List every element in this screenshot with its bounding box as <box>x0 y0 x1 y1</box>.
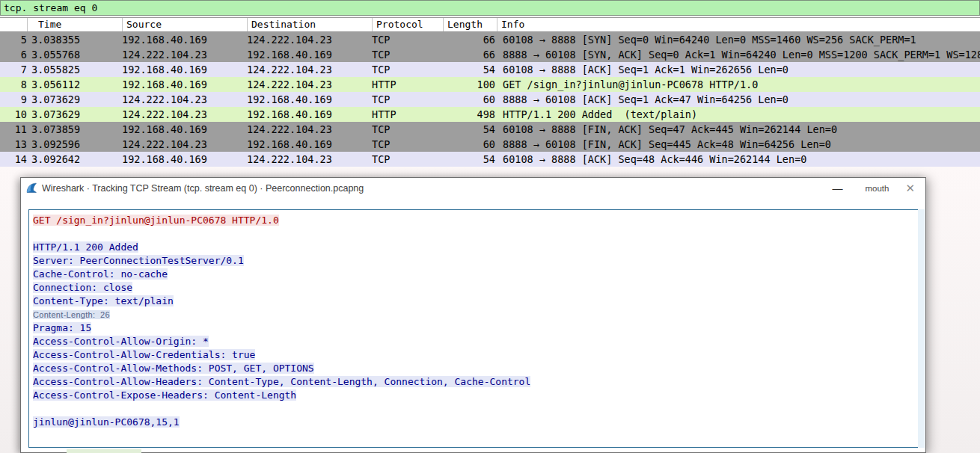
packet-row[interactable]: 93.073629124.222.104.23192.168.40.169TCP… <box>0 92 980 107</box>
stream-line: Access-Control-Expose-Headers: Content-L… <box>33 389 918 402</box>
cell-destination: 124.222.104.23 <box>247 32 372 47</box>
cell-protocol: HTTP <box>372 107 443 122</box>
cell-protocol: TCP <box>372 92 443 107</box>
cell-no: 5 <box>0 32 27 47</box>
packet-row[interactable]: 113.073859192.168.40.169124.222.104.23TC… <box>0 122 980 137</box>
packet-row[interactable]: 143.092642192.168.40.169124.222.104.23TC… <box>0 152 980 167</box>
cell-info: 60108 → 8888 [SYN] Seq=0 Win=64240 Len=0… <box>497 32 980 47</box>
cell-source: 192.168.40.169 <box>122 77 247 92</box>
cell-length: 100 <box>443 77 497 92</box>
cell-info: 60108 → 8888 [ACK] Seq=48 Ack=446 Win=26… <box>497 152 980 167</box>
cell-destination: 124.222.104.23 <box>247 152 372 167</box>
cell-time: 3.073629 <box>27 92 122 107</box>
cell-protocol: TCP <box>372 122 443 137</box>
cell-no: 9 <box>0 92 27 107</box>
follow-tcp-stream-dialog: Wireshark · Tracking TCP Stream (tcp. st… <box>20 177 926 453</box>
cell-time: 3.092642 <box>27 152 122 167</box>
cell-destination: 192.168.40.169 <box>247 47 372 62</box>
cell-destination: 124.222.104.23 <box>247 122 372 137</box>
column-header-protocol[interactable]: Protocol <box>372 18 443 31</box>
minimize-button[interactable]: — <box>827 182 847 194</box>
cell-length: 60 <box>443 137 497 152</box>
cell-no: 8 <box>0 77 27 92</box>
cell-info: 8888 → 60108 [ACK] Seq=1 Ack=47 Win=6425… <box>497 92 980 107</box>
packet-row[interactable]: 73.055825192.168.40.169124.222.104.23TCP… <box>0 62 980 77</box>
cell-length: 66 <box>443 47 497 62</box>
stream-line: Content-Type: text/plain <box>33 295 918 308</box>
column-header-source[interactable]: Source <box>122 18 247 31</box>
cell-protocol: TCP <box>372 47 443 62</box>
cell-time: 3.038355 <box>27 32 122 47</box>
cell-source: 192.168.40.169 <box>122 62 247 77</box>
cell-length: 54 <box>443 62 497 77</box>
dialog-title: Wireshark · Tracking TCP Stream (tcp. st… <box>42 183 364 194</box>
cell-length: 54 <box>443 152 497 167</box>
cell-time: 3.073629 <box>27 107 122 122</box>
cell-length: 66 <box>443 32 497 47</box>
close-icon[interactable]: ✕ <box>905 182 915 195</box>
cell-source: 124.222.104.23 <box>122 137 247 152</box>
stream-line: GET /sign_in?jinlun@jinlun-PC0678 HTTP/1… <box>33 214 918 227</box>
cell-no: 11 <box>0 122 27 137</box>
packet-list-header: Time Source Destination Protocol Length … <box>0 17 980 32</box>
wireshark-icon <box>25 182 38 194</box>
column-header-length[interactable]: Length <box>443 18 497 31</box>
cell-no: 13 <box>0 137 27 152</box>
stream-text[interactable]: GET /sign_in?jinlun@jinlun-PC0678 HTTP/1… <box>28 209 919 448</box>
packet-row[interactable]: 63.055768124.222.104.23192.168.40.169TCP… <box>0 47 980 62</box>
cell-destination: 192.168.40.169 <box>247 107 372 122</box>
cell-info: HTTP/1.1 200 Added (text/plain) <box>497 107 980 122</box>
maximize-button[interactable]: mouth <box>865 184 889 193</box>
stream-line: Cache-Control: no-cache <box>33 268 918 281</box>
cell-protocol: TCP <box>372 32 443 47</box>
dialog-titlebar[interactable]: Wireshark · Tracking TCP Stream (tcp. st… <box>21 178 925 198</box>
stream-scroll-gutter[interactable] <box>918 209 925 448</box>
column-header-info[interactable]: Info <box>497 18 980 31</box>
cell-info: 60108 → 8888 [ACK] Seq=1 Ack=1 Win=26265… <box>497 62 980 77</box>
column-header-destination[interactable]: Destination <box>247 18 372 31</box>
cell-info: 60108 → 8888 [FIN, ACK] Seq=47 Ack=445 W… <box>497 122 980 137</box>
packet-row[interactable]: 53.038355192.168.40.169124.222.104.23TCP… <box>0 32 980 47</box>
cell-protocol: TCP <box>372 62 443 77</box>
stream-line: Pragma: 15 <box>33 321 918 335</box>
cell-source: 192.168.40.169 <box>122 122 247 137</box>
stream-line: Server: PeerConnectionTestServer/0.1 <box>33 254 918 268</box>
packet-row[interactable]: 103.073629124.222.104.23192.168.40.169HT… <box>0 107 980 122</box>
stream-line: HTTP/1.1 200 Added <box>33 241 918 254</box>
cell-destination: 124.222.104.23 <box>247 77 372 92</box>
display-filter-input[interactable]: tcp. stream eq 0 <box>0 0 980 16</box>
cell-time: 3.055825 <box>27 62 122 77</box>
cell-destination: 124.222.104.23 <box>247 62 372 77</box>
cell-protocol: TCP <box>372 137 443 152</box>
cell-no: 10 <box>0 107 27 122</box>
cell-destination: 192.168.40.169 <box>247 137 372 152</box>
cell-destination: 192.168.40.169 <box>247 92 372 107</box>
cell-no: 7 <box>0 62 27 77</box>
cell-time: 3.073859 <box>27 122 122 137</box>
stream-line: Access-Control-Allow-Methods: POST, GET,… <box>33 362 918 375</box>
cell-protocol: TCP <box>372 152 443 167</box>
packet-rows: 53.038355192.168.40.169124.222.104.23TCP… <box>0 32 980 167</box>
stream-line: Connection: close <box>33 281 918 295</box>
stream-line: Access-Control-Allow-Headers: Content-Ty… <box>33 375 918 389</box>
cell-time: 3.056112 <box>27 77 122 92</box>
stream-line <box>33 227 918 241</box>
stream-line: jinlun@jinlun-PC0678,15,1 <box>33 416 918 429</box>
cell-length: 54 <box>443 122 497 137</box>
column-header-time[interactable]: Time <box>27 18 122 31</box>
column-header-no[interactable] <box>0 18 27 31</box>
bottom-highlight <box>67 449 141 453</box>
packet-row[interactable]: 133.092596124.222.104.23192.168.40.169TC… <box>0 137 980 152</box>
cell-time: 3.092596 <box>27 137 122 152</box>
cell-source: 124.222.104.23 <box>122 92 247 107</box>
stream-line: Content-Length: 26 <box>33 308 918 321</box>
cell-source: 192.168.40.169 <box>122 32 247 47</box>
stream-line <box>33 402 918 416</box>
cell-source: 124.222.104.23 <box>122 107 247 122</box>
cell-length: 60 <box>443 92 497 107</box>
cell-length: 498 <box>443 107 497 122</box>
packet-row[interactable]: 83.056112192.168.40.169124.222.104.23HTT… <box>0 77 980 92</box>
stream-line: Access-Control-Allow-Origin: * <box>33 335 918 348</box>
wireshark-window: tcp. stream eq 0 Time Source Destination… <box>0 0 980 453</box>
cell-time: 3.055768 <box>27 47 122 62</box>
